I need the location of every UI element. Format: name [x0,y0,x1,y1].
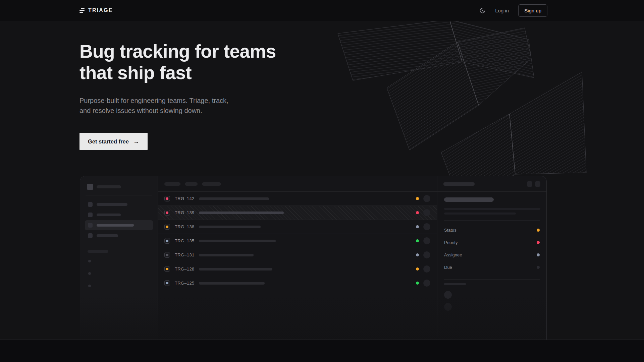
issue-title-bar [199,268,272,270]
sidebar-item-icon [88,213,93,217]
issue-title-bar [199,212,284,214]
sidebar-item-bar [97,214,121,216]
assignee-avatar [423,223,430,230]
triage-logo-icon [79,8,85,13]
issue-id: TRG–142 [175,196,195,201]
issue-id: TRG–131 [175,252,195,257]
issue-id: TRG–139 [175,210,195,215]
sidebar-section-label-bar [88,250,108,253]
property-label: Status [444,228,457,233]
preview-detail-panel: Status Priority Assignee Due [437,176,546,340]
toolbar-filter-pill [202,182,221,186]
assignee-avatar [423,265,430,273]
issue-title-bar [199,226,261,228]
toolbar-filter-pill [185,182,198,186]
detail-properties: Status Priority Assignee Due [444,224,540,274]
issue-type-icon [164,224,170,230]
status-dot [416,239,419,242]
property-value-dot [537,266,540,269]
hero-subheading: Purpose-built for engineering teams. Tri… [79,96,237,116]
detail-title-bar [444,197,494,202]
login-link[interactable]: Log in [495,8,509,13]
sidebar-dot [88,285,91,287]
issue-id: TRG–128 [175,266,195,272]
property-row: Due [444,261,540,274]
hero-heading-line1: Bug tracking for teams [79,41,334,62]
preview-workspace-row [85,183,153,190]
toolbar-filter-pill [164,182,180,186]
sidebar-item-bar [97,224,134,227]
get-started-button[interactable]: Get started free → [79,133,148,150]
list-toolbar [158,176,437,192]
issue-title-bar [199,197,269,200]
issue-id: TRG–135 [175,238,195,243]
issue-title-bar [199,254,254,256]
preview-issue-list-panel: TRG–142 TRG–139 TRG–138 TRG–135 TRG–131 [158,176,437,340]
activity-avatar [444,303,452,311]
property-value-dot [537,253,540,256]
sidebar-item-icon [88,223,93,228]
moon-icon [479,7,486,14]
workspace-avatar [87,184,93,190]
detail-divider [444,220,540,221]
detail-toolbar-bar [443,182,475,186]
assignee-avatar [423,195,430,202]
detail-desc-line [444,208,540,210]
issue-row: TRG–139 [158,206,437,220]
issue-type-icon [164,266,170,272]
top-nav: TRIAGE Log in Sign up [0,0,644,21]
property-row: Assignee [444,249,540,261]
sidebar-item-icon [88,233,93,238]
issue-row: TRG–131 [158,248,437,262]
status-dot [416,282,419,285]
toolbar-square-icon [535,181,540,187]
detail-activity-label-bar [444,283,466,285]
issue-type-icon [164,238,170,244]
detail-desc-line [444,213,516,215]
issue-type-icon [164,280,170,286]
assignee-avatar [423,237,430,244]
status-dot [416,225,419,228]
status-dot [416,211,419,214]
app-preview-window: TRG–142 TRG–139 TRG–138 TRG–135 TRG–131 [80,176,547,340]
sidebar-item [85,220,153,230]
preview-sidebar [80,176,158,340]
sidebar-dot [88,272,91,275]
issue-title-bar [199,240,276,242]
sidebar-item [85,199,153,209]
arrow-right-icon: → [133,138,139,144]
property-value-dot [537,241,540,244]
assignee-avatar [423,209,430,216]
property-row: Priority [444,236,540,249]
sidebar-dot-list [85,260,153,287]
status-dot [416,253,419,256]
assignee-avatar [423,280,430,287]
sidebar-item [85,231,153,241]
sidebar-item [85,210,153,220]
issue-list: TRG–142 TRG–139 TRG–138 TRG–135 TRG–131 [158,192,437,290]
sidebar-item-icon [88,202,93,207]
issue-row: TRG–135 [158,234,437,248]
sidebar-item-bar [97,234,118,237]
issue-type-icon [164,252,170,258]
page-footer [0,340,644,362]
property-label: Assignee [444,252,462,257]
issue-title-bar [199,282,265,285]
issue-id: TRG–125 [175,281,195,286]
issue-id: TRG–138 [175,224,195,229]
property-row: Status [444,224,540,236]
nav-actions: Log in Sign up [479,4,547,17]
signup-button[interactable]: Sign up [518,4,547,17]
theme-toggle-button[interactable] [479,7,486,14]
sidebar-nav-list [85,199,153,241]
issue-row: TRG–138 [158,220,437,234]
issue-type-icon [164,210,170,216]
status-dot [416,197,419,200]
detail-body: Status Priority Assignee Due [437,192,546,315]
detail-avatar-list [444,291,540,311]
issue-row: TRG–128 [158,262,437,276]
brand-name: TRIAGE [88,7,113,13]
sidebar-dot [88,260,91,262]
sidebar-divider [86,195,152,195]
sidebar-item-bar [97,203,127,206]
